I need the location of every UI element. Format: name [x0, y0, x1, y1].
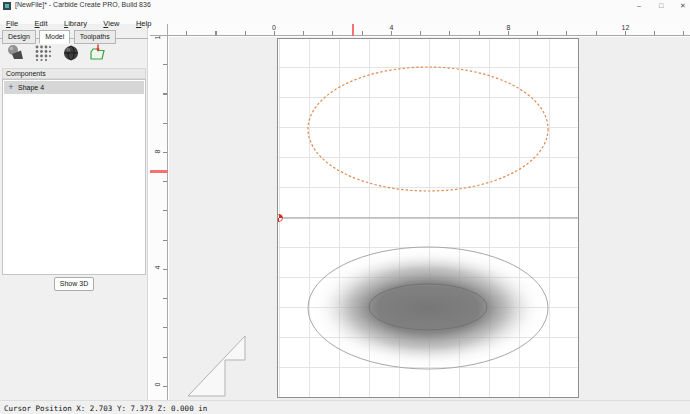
tab-design[interactable]: Design — [2, 30, 36, 44]
expand-plus-icon[interactable]: + — [4, 81, 18, 94]
texture-tool-icon[interactable] — [33, 43, 53, 63]
h-ruler-label: 8 — [507, 24, 511, 31]
component-row-shape4[interactable]: + Shape 4 — [4, 81, 144, 94]
horizontal-ruler-ticks — [168, 31, 690, 35]
menu-help[interactable]: Help — [130, 17, 157, 29]
minimize-icon[interactable]: – — [630, 0, 648, 12]
show-3d-button[interactable]: Show 3D — [54, 277, 94, 291]
menu-file[interactable]: File — [0, 17, 24, 29]
v-ruler-label: 8 — [154, 146, 161, 158]
h-ruler-label: 4 — [390, 24, 394, 31]
stock-area[interactable] — [277, 38, 579, 398]
close-icon[interactable]: ✕ — [674, 0, 690, 12]
h-ruler-label: 12 — [622, 24, 630, 31]
vertical-ruler-ticks — [163, 36, 167, 399]
title-bar: [NewFile]* - Carbide Create PRO, Build 8… — [0, 0, 690, 12]
components-header: Components — [2, 68, 146, 79]
left-panel: Design Model Toolpaths — [0, 24, 148, 400]
v-ruler-label: 12 — [154, 36, 161, 42]
status-bar: Cursor Position X: 2.703 Y: 7.373 Z: 0.0… — [0, 400, 690, 414]
v-ruler-label: 0 — [154, 379, 161, 391]
h-ruler-label: 0 — [272, 24, 276, 31]
horizontal-ruler: 0 4 8 12 — [168, 24, 690, 36]
menu-library[interactable]: Library — [58, 17, 93, 29]
origin-marker-icon — [278, 215, 283, 222]
window-title: [NewFile]* - Carbide Create PRO, Build 8… — [15, 1, 151, 8]
sphere-tool-icon[interactable] — [61, 43, 81, 63]
cursor-x-marker — [352, 24, 354, 36]
cursor-position-readout: Cursor Position X: 2.703 Y: 7.373 Z: 0.0… — [4, 404, 207, 413]
maximize-icon[interactable]: □ — [652, 0, 670, 12]
v-ruler-label: 4 — [154, 262, 161, 274]
model-toolbar — [6, 43, 111, 63]
import-component-icon[interactable] — [88, 43, 108, 63]
menu-bar: File Edit Library View Help — [0, 12, 690, 24]
step-triangle-shape[interactable] — [186, 334, 248, 398]
cursor-y-marker — [150, 170, 168, 173]
shape-tool-icon[interactable] — [6, 43, 26, 63]
tab-toolpaths[interactable]: Toolpaths — [74, 30, 116, 44]
component-label: Shape 4 — [18, 84, 44, 91]
component-list: + Shape 4 — [2, 79, 146, 275]
model-preview-ellipse[interactable] — [308, 247, 548, 369]
menu-edit[interactable]: Edit — [29, 17, 54, 29]
vertical-ruler: 12 8 4 0 — [150, 36, 168, 400]
design-canvas[interactable] — [169, 37, 690, 400]
tab-model[interactable]: Model — [39, 30, 70, 44]
menu-view[interactable]: View — [97, 17, 125, 29]
app-icon — [3, 2, 11, 10]
